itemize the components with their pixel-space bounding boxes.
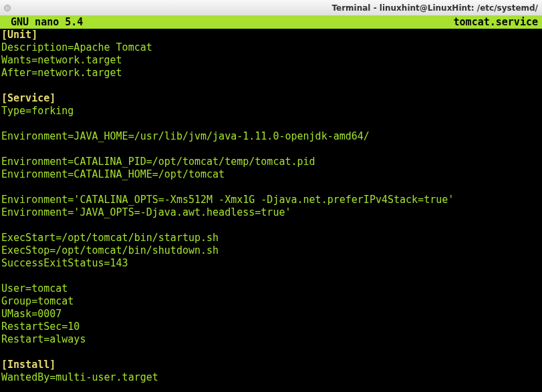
window-title: Terminal - linuxhint@LinuxHint: /etc/sys…: [15, 3, 538, 13]
nano-app-name: GNU nano 5.4: [1, 16, 83, 29]
blank-line: [1, 181, 541, 194]
editor-content[interactable]: [Unit]Description=Apache TomcatWants=net…: [0, 29, 542, 392]
line-type: Type=forking: [1, 105, 541, 118]
section-unit: [Unit]: [1, 29, 541, 41]
nano-filename: tomcat.service: [454, 16, 541, 29]
line-env-catalina-pid: Environment=CATALINA_PID=/opt/tomcat/tem…: [1, 156, 541, 168]
line-description: Description=Apache Tomcat: [1, 41, 541, 54]
blank-line: [1, 118, 541, 130]
nano-header-spacer: [83, 16, 453, 29]
blank-line: [1, 219, 541, 232]
line-exec-stop: ExecStop=/opt/tomcat/bin/shutdown.sh: [1, 244, 541, 257]
line-env-java-opts: Environment='JAVA_OPTS=-Djava.awt.headle…: [1, 206, 541, 219]
line-success-exit: SuccessExitStatus=143: [1, 257, 541, 270]
line-env-catalina-home: Environment=CATALINA_HOME=/opt/tomcat: [1, 168, 541, 181]
section-service: [Service]: [1, 92, 541, 105]
window-titlebar[interactable]: Terminal - linuxhint@LinuxHint: /etc/sys…: [0, 0, 542, 16]
line-env-catalina-opts: Environment='CATALINA_OPTS=-Xms512M -Xmx…: [1, 194, 541, 206]
section-install: [Install]: [1, 359, 541, 371]
line-umask: UMask=0007: [1, 308, 541, 321]
nano-header: GNU nano 5.4 tomcat.service: [0, 16, 542, 29]
line-wants: Wants=network.target: [1, 54, 541, 67]
line-restart: Restart=always: [1, 333, 541, 346]
line-user: User=tomcat: [1, 282, 541, 295]
line-exec-start: ExecStart=/opt/tomcat/bin/startup.sh: [1, 232, 541, 244]
window-control-dot[interactable]: [4, 5, 11, 11]
line-restart-sec: RestartSec=10: [1, 321, 541, 333]
line-group: Group=tomcat: [1, 295, 541, 308]
blank-line: [1, 270, 541, 282]
blank-line: [1, 346, 541, 359]
line-wanted-by: WantedBy=multi-user.target: [1, 371, 541, 384]
blank-line: [1, 143, 541, 156]
line-env-java-home: Environment=JAVA_HOME=/usr/lib/jvm/java-…: [1, 130, 541, 143]
line-after: After=network.target: [1, 67, 541, 79]
blank-line: [1, 79, 541, 92]
